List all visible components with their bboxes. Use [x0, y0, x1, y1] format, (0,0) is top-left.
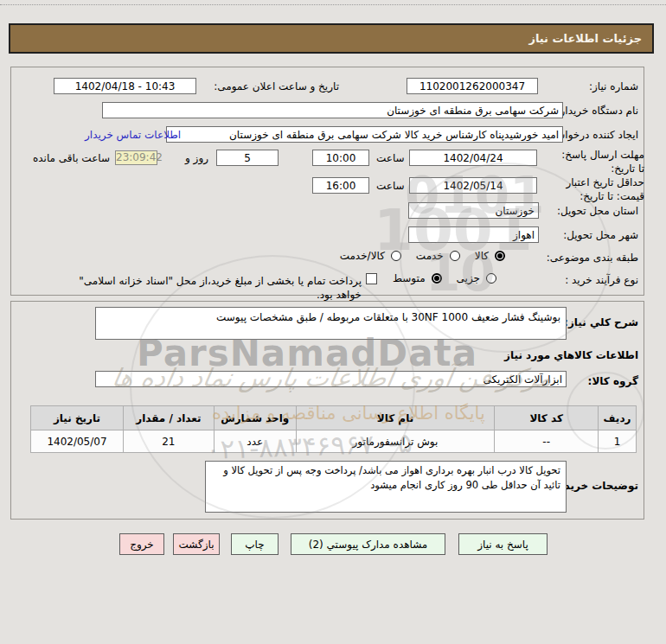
radio-partial[interactable]: [486, 273, 496, 284]
col-row-number: ردیف: [599, 406, 637, 430]
city-label: شهر محل تحویل:: [563, 229, 638, 241]
category-label: طبقه بندی موضوعی:: [547, 252, 638, 264]
radio-goods-service[interactable]: [391, 251, 401, 261]
col-quantity: تعداد / مقدار: [123, 406, 214, 430]
buyer-org-label: نام دستگاه خریدار:: [557, 105, 639, 117]
treasury-checkbox-label: پرداخت تمام یا بخشی از مبلغ خرید،از محل …: [52, 274, 362, 302]
top-dotted-divider: [0, 4, 666, 5]
col-unit: واحد شمارش: [214, 406, 296, 430]
city-field[interactable]: [408, 226, 539, 243]
cell-row-number: 1: [599, 430, 637, 453]
goods-group-field[interactable]: [95, 371, 567, 387]
respond-button[interactable]: پاسخ به نیاز: [458, 533, 548, 555]
validity-time-field[interactable]: [312, 177, 369, 194]
province-label: استان محل تحویل:: [557, 205, 638, 217]
deadline-hour-label: ساعت: [376, 152, 405, 164]
radio-goods[interactable]: [495, 251, 505, 261]
days-left-field[interactable]: [216, 150, 279, 166]
cell-quantity: 21: [123, 430, 214, 453]
radio-service-label: خدمت: [416, 250, 444, 262]
buyer-org-field[interactable]: [102, 102, 563, 118]
province-field[interactable]: [408, 202, 539, 219]
cell-unit: عدد: [214, 430, 296, 453]
goods-table-header-row: ردیف کد کالا نام کالا واحد شمارش تعداد /…: [31, 406, 637, 430]
page-title: جزئيات اطلاعات نياز: [9, 23, 654, 54]
buyer-contact-link[interactable]: اطلاعات تماس خریدار: [85, 129, 181, 141]
radio-partial-label: جزیی: [457, 272, 480, 284]
cell-item-name: بوش ترانسفورماتور: [296, 430, 495, 453]
need-description-box[interactable]: بوشینگ فشار ضعیف 30NF 1000 با متعلقات مر…: [95, 307, 567, 340]
exit-button[interactable]: خروج: [119, 533, 164, 555]
countdown-suffix-label: ساعت باقی مانده: [33, 152, 110, 164]
view-attached-docs-button[interactable]: مشاهده مدارک پیوستي (2): [291, 533, 445, 555]
category-radio-group: کالا خدمت کالا/خدمت: [331, 250, 505, 262]
radio-medium-label: متوسط: [393, 272, 426, 284]
deadline-label: مهلت ارسال پاسخ: تا تاریخ:: [554, 148, 644, 175]
process-radio-group: جزیی متوسط: [384, 272, 496, 284]
buyer-notes-box[interactable]: تحویل کالا درب انبار بهره برداری اهواز م…: [205, 461, 567, 513]
deadline-date-field[interactable]: [409, 150, 537, 166]
validity-hour-label: ساعت: [376, 180, 405, 192]
cell-need-date: 1402/05/07: [31, 430, 124, 453]
announce-datetime-field[interactable]: [54, 78, 196, 94]
price-validity-label: حداقل تاریخ اعتبار قیمت: تا تاریخ:: [549, 175, 644, 203]
back-button[interactable]: بازگشت: [173, 533, 220, 555]
goods-table-row: 1 -- بوش ترانسفورماتور عدد 21 1402/05/07: [31, 430, 637, 453]
announce-datetime-label: تاریخ و ساعت اعلان عمومی:: [214, 80, 339, 92]
countdown-timer: 23:09:42: [115, 150, 157, 165]
print-button[interactable]: چاپ: [231, 533, 279, 555]
col-item-name: نام کالا: [296, 406, 495, 430]
need-description-label: شرح كلي نياز:: [564, 316, 638, 328]
creator-field[interactable]: [166, 126, 563, 143]
days-label: روز و: [185, 152, 208, 164]
radio-goods-label: کالا: [475, 250, 489, 262]
deadline-time-field[interactable]: [312, 150, 369, 166]
need-number-label: شماره نیاز:: [589, 80, 638, 92]
cell-item-code: --: [495, 430, 599, 453]
treasury-checkbox[interactable]: [366, 273, 377, 284]
radio-medium[interactable]: [432, 273, 442, 284]
radio-goods-service-label: کالا/خدمت: [340, 250, 385, 262]
validity-date-field[interactable]: [409, 177, 537, 194]
goods-table: ردیف کد کالا نام کالا واحد شمارش تعداد /…: [30, 405, 637, 453]
radio-service[interactable]: [450, 251, 460, 261]
process-label: نوع فرآیند خرید :: [565, 274, 638, 286]
col-item-code: کد کالا: [495, 406, 599, 430]
col-need-date: تاریخ نیاز: [31, 406, 124, 430]
need-number-field[interactable]: [407, 78, 538, 94]
need-details-page: جزئيات اطلاعات نياز شماره نیاز: تاریخ و …: [0, 0, 666, 644]
goods-group-label: گروه کالا:: [588, 375, 638, 387]
goods-section-header: اطلاعات كالاهاي مورد نياز: [504, 349, 638, 361]
